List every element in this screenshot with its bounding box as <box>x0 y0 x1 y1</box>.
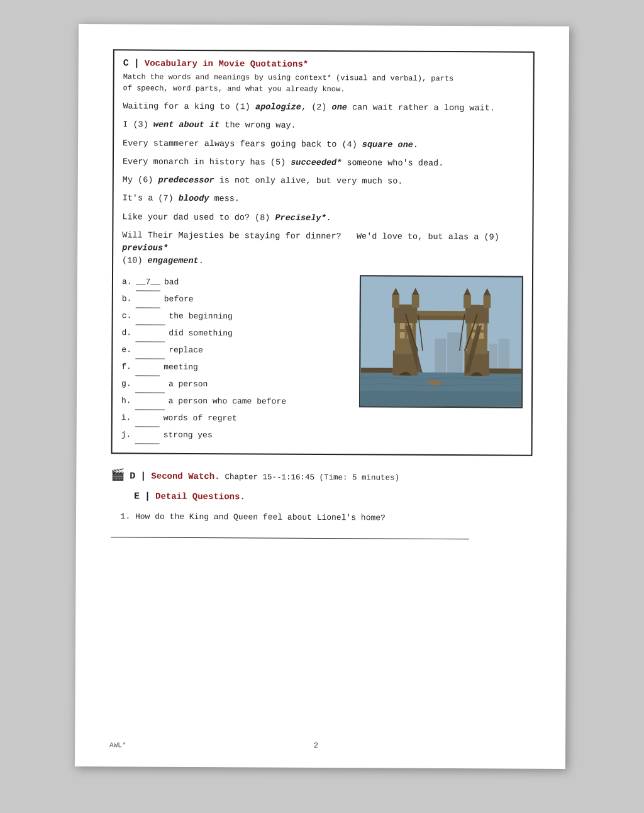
svg-rect-33 <box>489 368 521 373</box>
awl-label: AWL* <box>109 741 126 749</box>
answer-b: b. before <box>122 291 347 309</box>
question-1-number: 1. <box>121 512 131 521</box>
section-d-title: Second Watch. <box>151 471 219 481</box>
svg-rect-17 <box>400 332 405 338</box>
quote-7: Like your dad used to do? (8) Precisely*… <box>122 211 523 226</box>
section-e-divider: | <box>145 491 150 502</box>
quote-6: It's a (7) bloody mess. <box>123 193 524 208</box>
footer: AWL* 2 <box>109 740 531 751</box>
word-predecessor: predecessor <box>158 176 214 185</box>
section-c-instructions: Match the words and meanings by using co… <box>123 71 525 96</box>
num-1: (1) <box>235 102 250 111</box>
section-c-letter: C <box>123 58 129 69</box>
word-succeeded: succeeded* <box>291 157 341 167</box>
tower-bridge-image <box>359 275 523 408</box>
word-precisely: Precisely* <box>275 213 326 222</box>
section-d-subtitle: Chapter 15--1:16:45 (Time: 5 minutes) <box>225 473 400 482</box>
quote-3: Every stammerer always fears going back … <box>123 137 524 152</box>
word-one: one <box>332 103 347 112</box>
quote-5: My (6) predecessor is not only alive, bu… <box>123 174 524 189</box>
svg-rect-32 <box>361 367 393 373</box>
word-engagement: engagement <box>148 256 199 266</box>
answer-list: a. __7__ bad b. before c. the beginning … <box>121 274 347 445</box>
bridge-svg <box>360 276 522 407</box>
section-e-letter: E <box>134 491 140 502</box>
question-1-text: How do the King and Queen feel about Lio… <box>135 512 386 522</box>
word-bloody: bloody <box>179 194 209 203</box>
word-square-one: square one <box>362 140 413 149</box>
word-apologize: apologize <box>255 102 301 111</box>
answers-image-row: a. __7__ bad b. before c. the beginning … <box>121 274 523 446</box>
watch-icon: 🎬 <box>111 468 125 481</box>
svg-rect-11 <box>392 295 399 308</box>
section-c-box: C | Vocabulary in Movie Quotations* Matc… <box>111 49 535 456</box>
answer-f: f. meeting <box>121 359 347 377</box>
page: C | Vocabulary in Movie Quotations* Matc… <box>75 24 569 769</box>
answer-c: c. the beginning <box>122 308 347 326</box>
svg-rect-31 <box>416 310 466 315</box>
section-e: E | Detail Questions. 1. How do the King… <box>111 490 532 540</box>
quote-4: Every monarch in history has (5) succeed… <box>123 155 524 171</box>
answer-e: e. replace <box>121 342 347 360</box>
answer-line-1 <box>111 526 469 539</box>
svg-rect-15 <box>400 323 405 329</box>
quote-2: I (3) went about it the wrong way. <box>123 119 524 134</box>
page-number: 2 <box>126 740 506 751</box>
svg-rect-23 <box>483 295 491 308</box>
section-d: 🎬 D | Second Watch. Chapter 15--1:16:45 … <box>111 468 532 484</box>
quote-8: Will Their Majesties be staying for dinn… <box>122 229 523 269</box>
question-1: 1. How do the King and Queen feel about … <box>111 510 532 525</box>
svg-rect-22 <box>464 295 471 308</box>
section-c-divider: | <box>134 58 140 69</box>
section-e-title: Detail Questions. <box>155 491 245 502</box>
section-c-header: C | Vocabulary in Movie Quotations* <box>123 58 525 70</box>
section-c-title: Vocabulary in Movie Quotations* <box>145 59 309 69</box>
svg-rect-3 <box>447 332 463 373</box>
answer-h-text: a person who came before <box>169 393 286 410</box>
word-went-about-it: went about it <box>153 120 219 130</box>
answer-d: d. did something <box>121 325 347 343</box>
svg-rect-12 <box>412 295 419 308</box>
svg-rect-2 <box>435 339 446 373</box>
word-previous: previous* <box>122 243 168 252</box>
answer-j: j. strong yes <box>121 427 347 445</box>
section-e-header: E | Detail Questions. <box>111 490 532 504</box>
section-d-letter: D <box>130 471 135 481</box>
answer-a: a. __7__ bad <box>122 274 347 292</box>
answer-i: i. words of regret <box>121 410 347 428</box>
quote-1: Waiting for a king to (1) apologize, (2)… <box>123 100 524 115</box>
svg-rect-34 <box>360 390 521 407</box>
answer-g: g. a person <box>121 376 347 394</box>
section-d-divider: | <box>140 471 146 481</box>
answer-h: h. a person who came before <box>121 393 347 411</box>
svg-rect-7 <box>498 339 509 373</box>
